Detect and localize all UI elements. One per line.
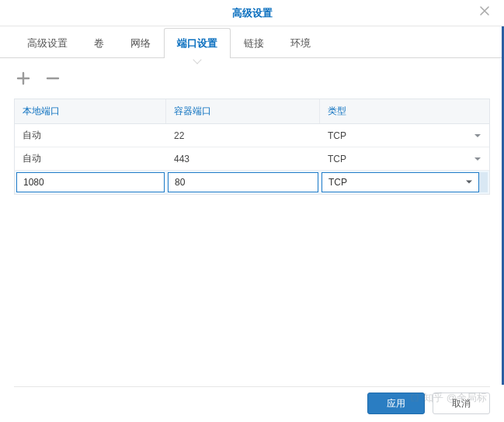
- tab-label: 链接: [244, 37, 264, 49]
- table-row[interactable]: 自动 443 TCP: [15, 147, 489, 171]
- th-local-port[interactable]: 本地端口: [15, 99, 166, 123]
- remove-icon[interactable]: [43, 69, 62, 88]
- tab-network[interactable]: 网络: [117, 28, 164, 58]
- tab-label: 网络: [130, 37, 151, 49]
- cell-container: 22: [166, 124, 320, 147]
- type-select[interactable]: [322, 172, 479, 192]
- th-container-port[interactable]: 容器端口: [166, 99, 320, 123]
- button-label: 取消: [452, 397, 471, 410]
- tabs: 高级设置 卷 网络 端口设置 链接 环境: [0, 28, 504, 58]
- cell-container: 443: [166, 147, 320, 170]
- cell-local: 自动: [15, 124, 166, 147]
- button-label: 应用: [387, 397, 405, 410]
- local-port-input[interactable]: [16, 172, 165, 192]
- port-table: 本地端口 容器端口 类型 自动 22 TCP 自动 443 TCP: [14, 99, 490, 195]
- cell-local: 自动: [15, 147, 166, 170]
- table-row-editing[interactable]: [15, 171, 489, 194]
- th-type[interactable]: 类型: [320, 99, 489, 123]
- tab-label: 端口设置: [177, 37, 217, 49]
- modal-title: 高级设置: [232, 6, 273, 20]
- tab-advanced[interactable]: 高级设置: [14, 28, 81, 58]
- tab-links[interactable]: 链接: [231, 28, 277, 58]
- cell-type-value: TCP: [328, 130, 346, 141]
- tab-label: 高级设置: [27, 37, 68, 49]
- table-body: 自动 22 TCP 自动 443 TCP: [15, 124, 489, 194]
- footer: 应用 取消: [0, 385, 504, 422]
- cancel-button[interactable]: 取消: [433, 393, 490, 414]
- table-row[interactable]: 自动 22 TCP: [15, 124, 489, 147]
- tab-label: 环境: [290, 37, 311, 49]
- apply-button[interactable]: 应用: [367, 393, 425, 414]
- tab-label: 卷: [94, 37, 104, 49]
- container-port-input[interactable]: [168, 172, 318, 192]
- cell-type-value: TCP: [328, 154, 346, 164]
- tab-env[interactable]: 环境: [277, 28, 324, 58]
- add-icon[interactable]: [14, 69, 33, 88]
- close-icon[interactable]: [479, 5, 493, 19]
- chevron-down-icon[interactable]: [474, 155, 481, 163]
- tab-port-settings[interactable]: 端口设置: [164, 28, 231, 58]
- chevron-down-icon[interactable]: [474, 132, 481, 140]
- table-header: 本地端口 容器端口 类型: [15, 99, 489, 124]
- tab-volume[interactable]: 卷: [81, 28, 117, 58]
- cell-type: TCP: [320, 147, 489, 170]
- toolbar: [0, 58, 504, 92]
- modal-header: 高级设置: [0, 0, 504, 26]
- cell-type: TCP: [320, 124, 489, 147]
- row-selection-handle[interactable]: [479, 172, 488, 192]
